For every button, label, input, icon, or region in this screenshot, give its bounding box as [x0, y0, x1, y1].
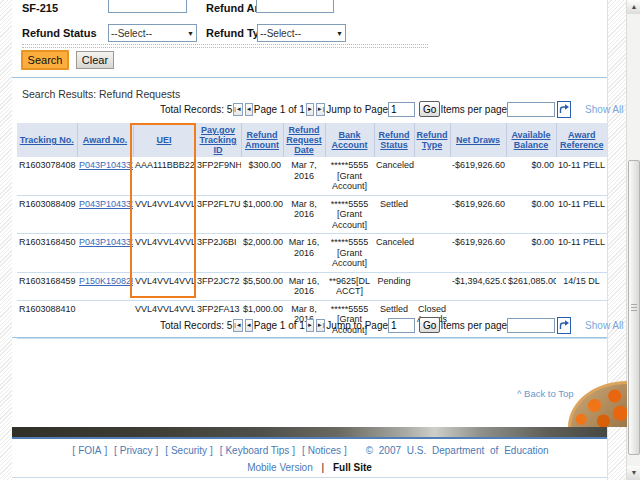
table-cell-tracking-no: R1603168450	[17, 234, 77, 273]
show-all-link[interactable]: Show All	[585, 104, 623, 115]
mobile-version-link[interactable]: Mobile Version	[247, 462, 313, 473]
refund-status-label: Refund Status	[22, 27, 97, 39]
table-cell-refund-request-date: Mar 8, 2016	[283, 195, 325, 234]
sf215-input[interactable]	[108, 0, 187, 13]
jump-to-page-input[interactable]	[388, 318, 415, 333]
column-header-award-no[interactable]: Award No.	[77, 123, 133, 157]
column-header-tracking-no[interactable]: Tracking No.	[17, 123, 77, 157]
table-cell-award-no: P150K150829	[77, 272, 133, 300]
pagination-bottom: Total Records: 5 |◄ ◄ Page 1 of 1 ► ►| J…	[160, 316, 607, 334]
page-indicator: Page 1 of 1	[254, 320, 305, 331]
column-header-award-reference[interactable]: Award Reference	[556, 123, 607, 157]
items-per-page-input[interactable]	[507, 102, 555, 117]
table-cell-pay-gov-tracking-id: 3FP2JC72	[195, 272, 241, 300]
footer-link-keyboard-tips[interactable]: Keyboard Tips	[225, 445, 289, 456]
award-no-link[interactable]: P043P104331	[79, 199, 133, 209]
divider: |	[322, 462, 325, 473]
table-cell-tracking-no: R1603088410	[17, 300, 77, 339]
table-cell-refund-request-date: Mar 7, 2016	[283, 157, 325, 195]
refund-amount-input[interactable]	[256, 0, 334, 13]
column-header-refund-type[interactable]: Refund Type	[414, 123, 450, 157]
jump-to-page-label: Jump to Page	[326, 320, 388, 331]
table-cell-refund-type	[414, 157, 450, 195]
table-cell-available-balance: $0.00	[506, 195, 556, 234]
page-bottom-edge	[12, 477, 607, 478]
jump-to-page-input[interactable]	[388, 102, 415, 117]
column-header-refund-status[interactable]: Refund Status	[374, 123, 414, 157]
footer-links: [FOIA] [Privacy] [Security] [Keyboard Ti…	[12, 445, 607, 456]
award-no-link[interactable]: P043P104331	[79, 160, 133, 170]
column-header-refund-request-date[interactable]: Refund Request Date	[283, 123, 325, 157]
page-margin-left	[0, 0, 12, 480]
first-page-icon[interactable]: |◄	[233, 319, 243, 332]
table-cell-refund-amount: $1,000.00	[241, 195, 283, 234]
go-button[interactable]: Go	[419, 317, 440, 333]
table-cell-uei: VVL4VVL4VVL4	[133, 272, 195, 300]
redo-arrow-icon	[558, 103, 570, 115]
last-page-icon[interactable]: ►|	[316, 319, 326, 332]
table-cell-refund-status: Settled	[374, 195, 414, 234]
column-header-net-draws[interactable]: Net Draws	[450, 123, 506, 157]
table-cell-available-balance: $0.00	[506, 234, 556, 273]
apply-items-button[interactable]	[557, 101, 571, 118]
refund-type-select[interactable]: --Select-- ▼	[257, 24, 346, 42]
refund-status-select[interactable]: --Select-- ▼	[108, 24, 197, 42]
chevron-down-icon: ▼	[187, 30, 194, 37]
table-row: R1603168459P150K150829VVL4VVL4VVL43FP2JC…	[17, 272, 607, 300]
footer-link-foia[interactable]: FOIA	[78, 445, 101, 456]
scrollbar-thumb[interactable]	[628, 160, 640, 455]
footer-link-notices[interactable]: Notices	[308, 445, 341, 456]
column-header-uei[interactable]: UEI	[133, 123, 195, 157]
table-cell-refund-amount: $300.00	[241, 157, 283, 195]
table-cell-award-reference: 10-11 PELL	[556, 195, 607, 234]
column-header-pay-gov-tracking-id[interactable]: Pay.gov Tracking ID	[195, 123, 241, 157]
table-cell-refund-amount: $5,500.00	[241, 272, 283, 300]
search-button[interactable]: Search	[21, 50, 69, 70]
award-no-link[interactable]: P043P104331	[79, 237, 133, 247]
sf215-label: SF-215	[22, 2, 58, 14]
back-to-top-link[interactable]: ^ Back to Top	[517, 388, 574, 399]
table-cell-available-balance: $0.00	[506, 157, 556, 195]
last-page-icon[interactable]: ►|	[316, 103, 326, 116]
table-cell-refund-status: Canceled	[374, 157, 414, 195]
table-cell-net-draws: -$1,394,625.00	[450, 272, 506, 300]
footer-link-security[interactable]: Security	[171, 445, 207, 456]
scrollbar-up-icon[interactable]: ▲	[627, 0, 640, 14]
next-page-icon[interactable]: ►	[306, 103, 314, 116]
total-records: Total Records: 5	[160, 104, 232, 115]
vertical-scrollbar[interactable]: ▲ ▼	[626, 0, 640, 480]
table-cell-bank-account: *****5555 [Grant Account]	[325, 157, 374, 195]
table-header: Tracking No.Award No.UEIPay.gov Tracking…	[17, 123, 607, 157]
table-body: R1603078408P043P104331AAA111BBB2223FP2F9…	[17, 157, 607, 339]
items-per-page-label: Items per page	[440, 320, 507, 331]
full-site-label: Full Site	[333, 462, 372, 473]
table-cell-net-draws: -$619,926.60	[450, 234, 506, 273]
table-cell-net-draws: -$619,926.60	[450, 195, 506, 234]
column-header-bank-account[interactable]: Bank Account	[325, 123, 374, 157]
table-cell-bank-account: **9625[DL ACCT]	[325, 272, 374, 300]
items-per-page-input[interactable]	[507, 318, 555, 333]
apply-items-button[interactable]	[557, 317, 571, 334]
footer-bar	[12, 427, 607, 437]
table-header-row: Tracking No.Award No.UEIPay.gov Tracking…	[17, 123, 607, 157]
copyright-text: © 2007 U.S. Department of Education	[366, 445, 549, 456]
footer-site-toggle: Mobile Version | Full Site	[12, 462, 607, 473]
first-page-icon[interactable]: |◄	[233, 103, 243, 116]
table-cell-net-draws: -$619,926.60	[450, 157, 506, 195]
award-no-link[interactable]: P150K150829	[79, 276, 133, 286]
go-button[interactable]: Go	[419, 101, 440, 117]
column-header-available-balance[interactable]: Available Balance	[506, 123, 556, 157]
footer-link-privacy[interactable]: Privacy	[120, 445, 153, 456]
table-cell-pay-gov-tracking-id: 3FP2J6BI	[195, 234, 241, 273]
clear-button[interactable]: Clear	[76, 51, 114, 69]
table-cell-award-no: P043P104331	[77, 195, 133, 234]
prev-page-icon[interactable]: ◄	[245, 103, 253, 116]
next-page-icon[interactable]: ►	[306, 319, 314, 332]
column-header-refund-amount[interactable]: Refund Amount	[241, 123, 283, 157]
table-row: R1603078408P043P104331AAA111BBB2223FP2F9…	[17, 157, 607, 195]
prev-page-icon[interactable]: ◄	[245, 319, 253, 332]
show-all-link[interactable]: Show All	[585, 320, 623, 331]
table-cell-refund-request-date: Mar 16, 2016	[283, 272, 325, 300]
refund-status-value: --Select--	[111, 28, 152, 39]
scrollbar-down-icon[interactable]: ▼	[627, 466, 640, 480]
